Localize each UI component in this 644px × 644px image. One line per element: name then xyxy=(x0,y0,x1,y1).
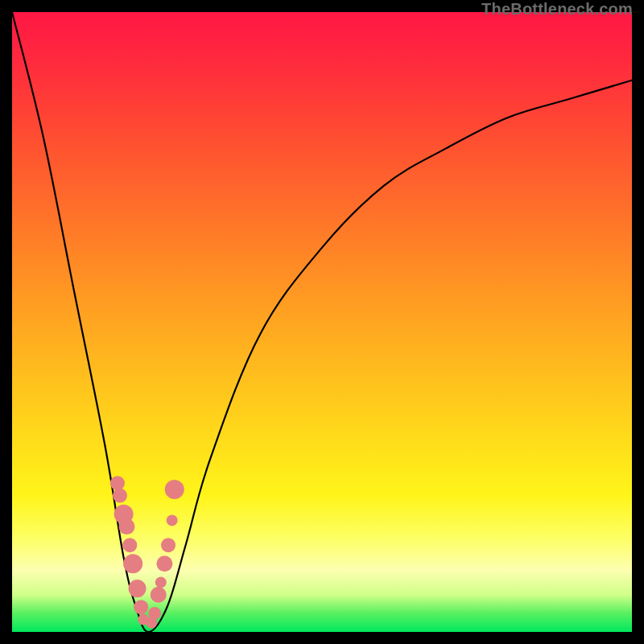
highlight-dot xyxy=(155,576,167,588)
attribution-text: TheBottleneck.com xyxy=(481,0,633,18)
bottleneck-curve xyxy=(12,12,632,632)
chart-frame: TheBottleneck.com xyxy=(0,0,644,644)
overlay-svg xyxy=(12,12,632,632)
highlight-dot xyxy=(129,580,147,597)
highlight-dot xyxy=(110,476,125,490)
highlight-dot xyxy=(161,538,175,552)
highlight-dot xyxy=(151,587,167,603)
plot-area xyxy=(12,12,632,632)
highlight-dots xyxy=(110,476,184,628)
highlight-dot xyxy=(134,600,148,614)
highlight-dot xyxy=(148,607,161,620)
highlight-dot xyxy=(167,514,178,526)
highlight-dot xyxy=(156,555,172,572)
highlight-dot xyxy=(123,554,142,573)
highlight-dot xyxy=(122,538,137,552)
highlight-dot xyxy=(165,480,184,499)
highlight-dot xyxy=(118,518,134,535)
highlight-dot xyxy=(113,489,127,503)
